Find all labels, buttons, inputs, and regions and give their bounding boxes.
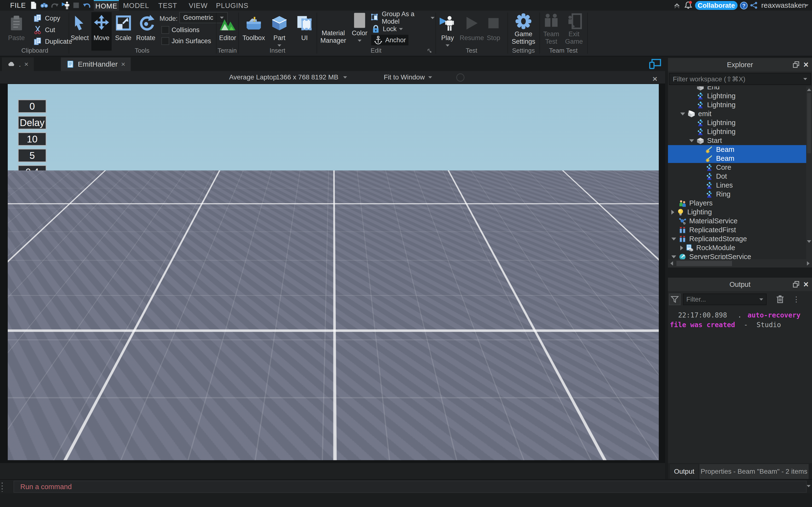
clear-output-button[interactable] [775, 294, 785, 305]
command-input[interactable]: Run a command [13, 481, 807, 493]
edit-dialog-launcher-icon[interactable] [427, 49, 432, 53]
explorer-row-lightning[interactable]: Lightning [668, 127, 806, 136]
explorer-header[interactable]: Explorer × [668, 58, 812, 71]
device-memory[interactable]: 8192 MB [311, 71, 338, 83]
explorer-row-start[interactable]: Start [668, 136, 806, 145]
account-dropdown-icon[interactable] [805, 4, 809, 6]
expand-chevron-icon[interactable] [680, 113, 685, 115]
command-history-dropdown-icon[interactable] [807, 485, 811, 487]
share-icon[interactable] [750, 1, 758, 9]
explorer-row-serverscriptservice[interactable]: ServerScriptService [668, 252, 806, 259]
explorer-row-replicatedfirst[interactable]: ReplicatedFirst [668, 225, 806, 234]
color-dropdown-icon[interactable] [358, 40, 361, 42]
help-icon[interactable]: ? [740, 2, 748, 9]
float-output-icon[interactable] [792, 280, 800, 288]
viewport-button-reset[interactable]: Reset [18, 198, 46, 212]
expand-chevron-icon[interactable] [671, 210, 674, 215]
close-output-icon[interactable]: × [802, 280, 810, 288]
rotate-tool-button[interactable]: Rotate [135, 12, 157, 42]
fit-to-window[interactable]: Fit to Window [384, 71, 425, 83]
explorer-vertical-scrollbar[interactable] [806, 87, 812, 259]
output-options-kebab-icon[interactable]: ⋮ [793, 298, 800, 301]
viewport-button-emit[interactable]: Emit [18, 181, 46, 195]
explorer-row-beam[interactable]: Beam [668, 145, 806, 154]
color-button[interactable]: Color [350, 12, 369, 43]
play-quick-icon[interactable] [61, 1, 70, 10]
notifications-bell-icon[interactable] [683, 0, 693, 10]
collapse-ribbon-icon[interactable] [673, 1, 681, 9]
collisions-checkbox[interactable] [161, 26, 169, 34]
explorer-row-materialservice[interactable]: MaterialService [668, 217, 806, 225]
close-explorer-icon[interactable]: × [802, 61, 810, 69]
explorer-row-replicatedstorage[interactable]: ReplicatedStorage [668, 234, 806, 243]
join-surfaces-toggle[interactable]: Join Surfaces [161, 36, 211, 46]
terrain-editor-button[interactable]: Editor [214, 12, 242, 42]
close-place-tab-icon[interactable]: × [24, 60, 29, 68]
play-button[interactable]: Play [437, 12, 459, 48]
expand-chevron-icon[interactable] [671, 256, 676, 258]
explorer-row-dot[interactable]: Dot [668, 172, 806, 181]
device-emulation-icon[interactable] [649, 59, 662, 70]
explorer-row-players[interactable]: Players [668, 199, 806, 208]
toolbox-button[interactable]: Toolbox [240, 12, 268, 42]
ribbon-tab-test[interactable]: TEST [153, 0, 182, 11]
explorer-row-end[interactable]: End [668, 87, 806, 92]
tab-emithandler[interactable]: EmitHandler × [61, 57, 131, 71]
expand-chevron-icon[interactable] [689, 139, 694, 142]
rotate-device-icon[interactable] [456, 73, 464, 81]
expand-chevron-icon[interactable] [671, 237, 676, 240]
tab-properties[interactable]: Properties - Beam "Beam" - 2 items [699, 464, 809, 479]
viewport-button-0[interactable]: 0 [18, 100, 46, 113]
output-log[interactable]: 22:17:00.898.auto-recovery file was crea… [670, 311, 810, 330]
close-emithandler-tab-icon[interactable]: × [121, 60, 125, 68]
viewport-button-10[interactable]: 10 [18, 132, 46, 146]
explorer-row-core[interactable]: Core [668, 163, 806, 172]
tab-place[interactable]: . × [2, 57, 34, 71]
scroll-right-icon[interactable] [807, 261, 810, 266]
close-device-bar-icon[interactable]: × [653, 72, 657, 85]
part-button[interactable]: Part [265, 12, 293, 48]
lock-button[interactable]: Lock [371, 24, 403, 34]
3d-viewport[interactable]: thisisjad#0155thisisjad#0155thisisjad#01… [8, 84, 659, 460]
group-as-model-button[interactable]: Group As a Model [371, 12, 435, 23]
material-manager-button[interactable]: Material Manager [317, 12, 349, 44]
new-file-icon[interactable] [30, 1, 38, 9]
move-tool-button[interactable]: Move [91, 12, 112, 51]
viewport-button-delay[interactable]: Delay [18, 116, 46, 129]
collaborate-button[interactable]: Collaborate [695, 1, 738, 10]
explorer-horizontal-scrollbar[interactable] [668, 259, 812, 268]
explorer-row-lightning[interactable]: Lightning [668, 101, 806, 109]
ui-button[interactable]: UI [291, 12, 318, 42]
select-tool-button[interactable]: Select [69, 12, 90, 42]
join-surfaces-checkbox[interactable] [161, 37, 169, 45]
explorer-filter-input[interactable]: Filter workspace (⇧⌘X) [669, 73, 811, 85]
output-funnel-filter-button[interactable] [669, 294, 680, 305]
play-dropdown-icon[interactable] [446, 44, 450, 47]
game-settings-button[interactable]: Game Settings [509, 12, 538, 45]
scroll-left-icon[interactable] [670, 261, 673, 266]
explorer-row-ring[interactable]: Ring [668, 190, 806, 199]
explorer-row-emit[interactable]: emit [668, 109, 806, 118]
account-menu[interactable]: reaxwastaken [761, 0, 806, 11]
explorer-row-lightning[interactable]: Lightning [668, 118, 806, 127]
duplicate-button[interactable]: Duplicate [33, 36, 72, 47]
ribbon-tab-model[interactable]: MODEL [120, 0, 152, 11]
open-binoculars-icon[interactable] [40, 1, 48, 9]
undo-icon[interactable] [83, 1, 91, 9]
output-header[interactable]: Output × [668, 278, 812, 291]
explorer-row-lines[interactable]: Lines [668, 181, 806, 190]
viewport-button-5[interactable]: 5 [18, 149, 46, 162]
scale-tool-button[interactable]: Scale [113, 12, 134, 42]
ribbon-tab-plugins[interactable]: PLUGINS [214, 0, 250, 11]
file-menu-button[interactable]: FILE [4, 0, 32, 11]
scroll-down-icon[interactable] [807, 240, 811, 243]
scroll-up-icon[interactable] [807, 89, 811, 91]
cut-button[interactable]: Cut [33, 24, 55, 35]
device-name[interactable]: Average Laptop [229, 71, 277, 83]
viewport-button-0.4[interactable]: 0.4 [18, 165, 46, 179]
ribbon-tab-home[interactable]: HOME [94, 0, 119, 11]
output-filter-input[interactable]: Filter... [683, 294, 767, 305]
explorer-row-lighting[interactable]: Lighting [668, 208, 806, 217]
anchor-button[interactable]: Anchor [371, 35, 408, 45]
expand-chevron-icon[interactable] [680, 245, 683, 250]
